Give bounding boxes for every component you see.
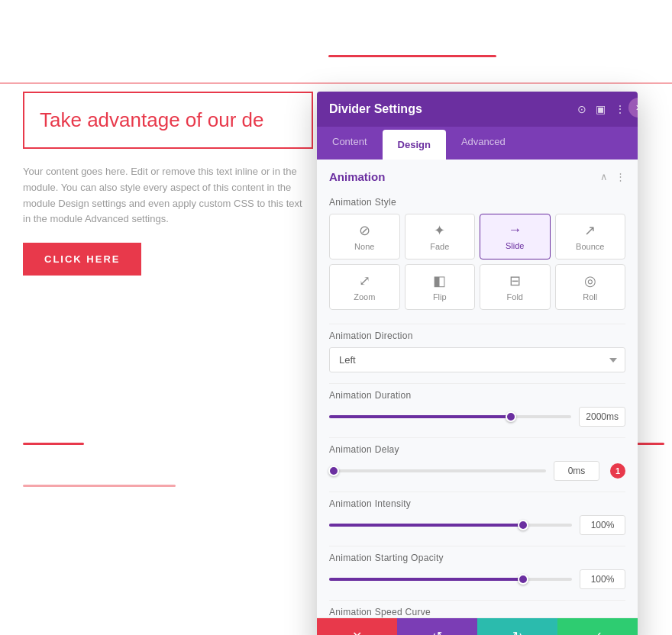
anim-roll-label: Roll	[583, 292, 597, 301]
anim-zoom[interactable]: ⤢ Zoom	[329, 264, 400, 310]
animation-starting-opacity-thumb[interactable]	[518, 574, 528, 585]
section-more-icon[interactable]: ⋮	[615, 171, 625, 182]
tab-advanced[interactable]: Advanced	[446, 127, 521, 160]
animation-style-group: Animation Style ⊘ None ✦ Fade → Slide ↗ …	[317, 191, 638, 324]
animation-delay-thumb[interactable]	[328, 466, 339, 476]
tab-design[interactable]: Design	[383, 130, 446, 160]
animation-duration-fill	[329, 415, 511, 418]
animation-delay-label: Animation Delay	[329, 444, 625, 455]
animation-duration-thumb[interactable]	[506, 411, 516, 422]
anim-none[interactable]: ⊘ None	[329, 214, 400, 259]
animation-direction-select[interactable]: Left Right Top Bottom	[329, 347, 625, 372]
cancel-button[interactable]: ✕	[317, 618, 397, 635]
anim-roll-icon: ◎	[584, 272, 596, 289]
anim-flip-icon: ◧	[433, 272, 446, 289]
anim-fade[interactable]: ✦ Fade	[405, 214, 476, 259]
panel-actions: ✕ ↺ ↻ ✓	[317, 617, 638, 635]
anim-bounce-icon: ↗	[584, 222, 596, 239]
animation-style-grid: ⊘ None ✦ Fade → Slide ↗ Bounce ⤢ Zoom	[329, 214, 625, 310]
animation-starting-opacity-fill	[329, 578, 523, 581]
animation-starting-opacity-group: Animation Starting Opacity 100%	[317, 546, 638, 600]
panel-header-icons: ⊙ ▣ ⋮	[577, 103, 625, 115]
decorative-line-top	[328, 55, 496, 57]
animation-duration-label: Animation Duration	[329, 390, 625, 401]
animation-intensity-slider-row: 100%	[329, 515, 625, 535]
anim-zoom-label: Zoom	[354, 292, 375, 301]
anim-zoom-icon: ⤢	[359, 272, 370, 289]
fullscreen-icon[interactable]: ⊙	[577, 103, 586, 115]
save-button[interactable]: ✓	[557, 618, 638, 635]
animation-duration-slider-row: 2000ms	[329, 407, 625, 427]
anim-fade-icon: ✦	[434, 222, 445, 239]
animation-delay-track[interactable]	[329, 469, 546, 472]
anim-bounce-label: Bounce	[576, 242, 604, 251]
anim-slide-icon: →	[508, 222, 522, 238]
anim-roll[interactable]: ◎ Roll	[555, 264, 626, 310]
decorative-line-top2	[0, 82, 672, 84]
redo-icon: ↻	[512, 629, 522, 635]
anim-flip[interactable]: ◧ Flip	[405, 264, 476, 310]
section-title: Animation	[329, 170, 385, 183]
anim-fold-icon: ⊟	[509, 272, 521, 289]
cta-button[interactable]: CLICK HERE	[23, 243, 141, 276]
anim-slide-label: Slide	[506, 241, 524, 250]
animation-intensity-fill	[329, 524, 523, 527]
decorative-line-mid	[23, 443, 84, 445]
animation-delay-group: Animation Delay 0ms 1	[317, 438, 638, 492]
animation-intensity-track[interactable]	[329, 524, 572, 527]
panel-header: Divider Settings ⊙ ▣ ⋮	[317, 92, 638, 127]
animation-duration-track[interactable]	[329, 415, 571, 418]
save-icon: ✓	[593, 629, 603, 635]
settings-panel: ✕ Divider Settings ⊙ ▣ ⋮ Content Design …	[317, 92, 638, 635]
headline-box: Take advantage of our de	[23, 92, 313, 149]
animation-intensity-value[interactable]: 100%	[580, 515, 625, 535]
panel-tabs: Content Design Advanced	[317, 127, 638, 160]
animation-direction-group: Animation Direction Left Right Top Botto…	[317, 324, 638, 383]
anim-none-label: None	[354, 242, 374, 251]
anim-slide[interactable]: → Slide	[480, 214, 551, 259]
animation-starting-opacity-slider-row: 100%	[329, 569, 625, 589]
anim-none-icon: ⊘	[359, 222, 370, 239]
anim-fold-label: Fold	[507, 292, 523, 301]
body-text: Your content goes here. Edit or remove t…	[23, 164, 305, 227]
redo-button[interactable]: ↻	[477, 618, 557, 635]
animation-duration-value[interactable]: 2000ms	[579, 407, 625, 427]
animation-style-label: Animation Style	[329, 197, 625, 208]
section-header-controls: ∧ ⋮	[600, 171, 625, 182]
collapse-icon[interactable]: ∧	[600, 171, 608, 182]
animation-duration-group: Animation Duration 2000ms	[317, 384, 638, 437]
tab-content[interactable]: Content	[317, 127, 383, 160]
reset-button[interactable]: ↺	[397, 618, 477, 635]
decorative-line-mid2	[23, 485, 176, 487]
content-area: Take advantage of our de Your content go…	[23, 92, 313, 276]
anim-flip-label: Flip	[433, 292, 447, 301]
headline: Take advantage of our de	[40, 108, 296, 132]
cancel-icon: ✕	[352, 629, 362, 635]
animation-starting-opacity-track[interactable]	[329, 578, 572, 581]
panel-body: Animation ∧ ⋮ Animation Style ⊘ None ✦ F…	[317, 160, 638, 617]
layout-icon[interactable]: ▣	[596, 103, 606, 115]
animation-speed-curve-group: Animation Speed Curve Ease-In-Out Linear…	[317, 601, 638, 617]
animation-intensity-label: Animation Intensity	[329, 498, 625, 509]
animation-intensity-thumb[interactable]	[518, 520, 528, 530]
anim-fade-label: Fade	[430, 242, 449, 251]
animation-speed-curve-label: Animation Speed Curve	[329, 607, 625, 617]
anim-bounce[interactable]: ↗ Bounce	[555, 214, 626, 259]
animation-delay-value[interactable]: 0ms	[554, 461, 599, 481]
animation-starting-opacity-label: Animation Starting Opacity	[329, 553, 625, 563]
panel-title: Divider Settings	[329, 102, 422, 116]
reset-icon: ↺	[432, 629, 442, 635]
animation-delay-slider-row: 0ms 1	[329, 461, 625, 481]
animation-direction-label: Animation Direction	[329, 330, 625, 341]
animation-delay-badge: 1	[610, 463, 625, 479]
animation-starting-opacity-value[interactable]: 100%	[580, 569, 625, 589]
animation-section-header: Animation ∧ ⋮	[317, 160, 638, 191]
more-options-icon[interactable]: ⋮	[615, 103, 625, 115]
animation-intensity-group: Animation Intensity 100%	[317, 492, 638, 546]
anim-fold[interactable]: ⊟ Fold	[480, 264, 551, 310]
